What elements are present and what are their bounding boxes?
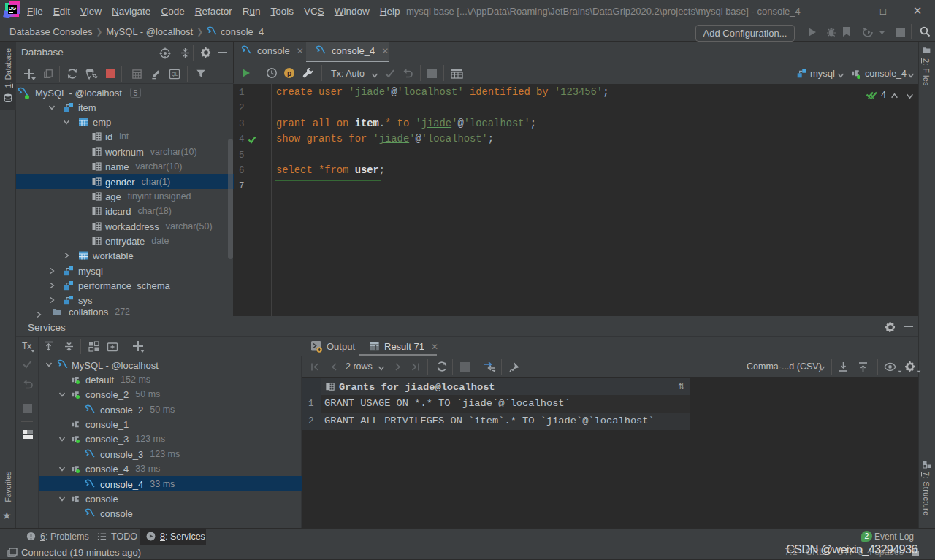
svg-text:p: p — [287, 69, 291, 77]
svg-text:QL: QL — [172, 72, 178, 77]
